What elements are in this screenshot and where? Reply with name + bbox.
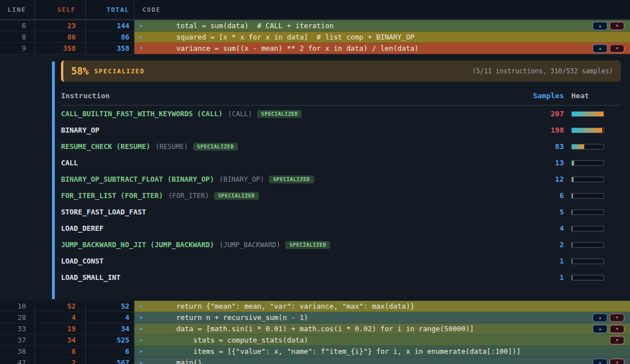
jump-up-button[interactable]: ▲: [593, 21, 607, 30]
specialization-banner: 58% SPECIALIZED (5/11 instructions, 310/…: [61, 60, 621, 82]
instruction-name: LOAD_DEREF: [61, 224, 103, 233]
instruction-samples-value: 198: [507, 126, 564, 134]
instruction-name: JUMP_BACKWARD_NO_JIT (JUMP_BACKWARD): [61, 240, 214, 249]
row-nav-buttons: ▲▼: [593, 358, 624, 364]
heat-bar-track: [571, 144, 604, 150]
code-cell[interactable]: ▶ stats = compute_stats(data)▼: [134, 335, 630, 346]
heat-bar-fill: [572, 210, 572, 214]
source-code-text: data = [math.sin(i * 0.01) + math.cos(i …: [176, 324, 474, 333]
instruction-samples-value: 207: [507, 109, 564, 118]
heat-bar-cell: [564, 128, 621, 133]
code-cell[interactable]: ▼variance = sum((x - mean) ** 2 for x in…: [134, 43, 630, 54]
code-cell[interactable]: ▶ items = [{"value": x, "name": f"item_{…: [134, 346, 630, 357]
specialized-badge: SPECIALIZED: [285, 241, 330, 249]
heat-bar-track: [571, 111, 604, 117]
instruction-row: LOAD_SMALL_INT1: [61, 269, 621, 286]
code-line-row: 88686▶squared = [x * x for x in data] # …: [0, 32, 630, 43]
collapse-triangle-right-icon[interactable]: ▶: [140, 326, 148, 331]
instruction-name-group: BINARY_OP_SUBTRACT_FLOAT (BINARY_OP)(BIN…: [61, 175, 507, 183]
instruction-column-header: Instruction: [61, 91, 507, 100]
code-cell[interactable]: ▶return {"mean": mean, "var": variance, …: [134, 301, 630, 312]
heat-bar-cell: [564, 177, 621, 182]
instruction-base-opcode: (JUMP_BACKWARD): [219, 241, 280, 249]
instruction-row: STORE_FAST_LOAD_FAST5: [61, 204, 621, 220]
column-header-code: CODE: [134, 0, 630, 19]
total-samples-cell: 52: [86, 301, 134, 312]
jump-up-button[interactable]: ▲: [593, 44, 607, 52]
column-header-self: SELF: [35, 0, 86, 19]
row-nav-buttons: ▲▼: [593, 324, 624, 333]
code-line-row: 2844▶return n + recursive_sum(n - 1)▲▼: [0, 312, 630, 323]
heat-bar-cell: [564, 209, 621, 215]
expand-triangle-down-icon[interactable]: ▼: [140, 46, 148, 51]
instruction-name: RESUME_CHECK (RESUME): [61, 142, 150, 151]
specialized-badge: SPECIALIZED: [214, 192, 259, 200]
total-samples-cell: 34: [86, 323, 134, 335]
instruction-base-opcode: (BINARY_OP): [219, 176, 264, 183]
instruction-samples-value: 5: [507, 208, 564, 216]
jump-down-button[interactable]: ▼: [610, 21, 624, 30]
jump-down-button[interactable]: ▼: [610, 44, 624, 52]
specialized-meta: (5/11 instructions, 310/532 samples): [472, 67, 613, 75]
source-code-text: return n + recursive_sum(n - 1): [176, 313, 308, 322]
total-samples-cell: 567: [86, 357, 134, 364]
jump-up-button[interactable]: ▲: [593, 324, 607, 333]
heat-bar-cell: [564, 193, 621, 199]
collapse-triangle-right-icon[interactable]: ▶: [140, 23, 148, 28]
instruction-name-group: FOR_ITER_LIST (FOR_ITER)(FOR_ITER)SPECIA…: [61, 191, 507, 200]
heat-bar-track: [571, 258, 604, 264]
heat-bar-cell: [564, 226, 621, 231]
heat-bar-fill: [572, 128, 602, 133]
collapse-triangle-right-icon[interactable]: ▶: [140, 34, 148, 40]
jump-down-button[interactable]: ▼: [610, 358, 624, 364]
code-cell[interactable]: ▶main()▲▼: [134, 357, 630, 364]
jump-down-button[interactable]: ▼: [610, 313, 624, 322]
heat-bar-track: [571, 193, 604, 199]
instruction-name: LOAD_SMALL_INT: [61, 273, 120, 282]
line-number-cell: 47: [0, 357, 35, 364]
instruction-samples-value: 4: [507, 224, 564, 233]
collapse-triangle-right-icon[interactable]: ▶: [140, 315, 148, 320]
panel-left-accent-bar: [52, 62, 55, 299]
code-cell[interactable]: ▶squared = [x * x for x in data] # list …: [134, 32, 630, 43]
collapse-triangle-right-icon[interactable]: ▶: [140, 360, 148, 364]
specialized-percent: 58%: [71, 65, 89, 77]
instruction-name-group: LOAD_CONST: [61, 257, 507, 265]
heat-bar-track: [571, 209, 604, 215]
source-code-text: squared = [x * x for x in data] # list c…: [176, 33, 414, 41]
heat-bar-cell: [564, 160, 621, 166]
line-number-cell: 8: [0, 32, 35, 43]
code-cell[interactable]: ▶total = sum(data) # CALL + iteration▲▼: [134, 20, 630, 32]
heat-bar-cell: [564, 275, 621, 280]
code-line-row: 3866▶ items = [{"value": x, "name": f"it…: [0, 346, 630, 357]
heat-bar-fill: [572, 243, 572, 247]
code-cell[interactable]: ▶return n + recursive_sum(n - 1)▲▼: [134, 312, 630, 323]
heat-bar-track: [571, 275, 604, 280]
instruction-name: FOR_ITER_LIST (FOR_ITER): [61, 191, 163, 200]
row-nav-buttons: ▼: [610, 336, 624, 344]
instruction-name: LOAD_CONST: [61, 257, 103, 265]
jump-up-button[interactable]: ▲: [593, 358, 607, 364]
instruction-name: BINARY_OP: [61, 126, 99, 134]
row-nav-buttons: ▲▼: [593, 313, 624, 322]
instruction-name: BINARY_OP_SUBTRACT_FLOAT (BINARY_OP): [61, 175, 214, 183]
code-cell[interactable]: ▶data = [math.sin(i * 0.01) + math.cos(i…: [134, 323, 630, 335]
heat-bar-fill: [572, 161, 574, 165]
heat-bar-fill: [572, 275, 572, 280]
profiler-table-header: LINE SELF TOTAL CODE: [0, 0, 630, 20]
total-samples-cell: 86: [86, 32, 134, 43]
heat-bar-fill: [572, 259, 572, 264]
column-header-total: TOTAL: [86, 0, 134, 19]
heat-column-header: Heat: [564, 91, 621, 100]
self-samples-cell: 2: [35, 357, 86, 364]
jump-down-button[interactable]: ▼: [610, 336, 624, 344]
collapse-triangle-right-icon[interactable]: ▶: [140, 337, 148, 343]
collapse-triangle-right-icon[interactable]: ▶: [140, 349, 148, 354]
jump-down-button[interactable]: ▼: [610, 324, 624, 333]
collapse-triangle-right-icon[interactable]: ▶: [140, 304, 148, 309]
total-samples-cell: 144: [86, 20, 134, 32]
jump-up-button[interactable]: ▲: [593, 313, 607, 322]
source-code-text: items = [{"value": x, "name": f"item_{i}…: [176, 347, 521, 356]
source-code-text: variance = sum((x - mean) ** 2 for x in …: [176, 44, 419, 52]
self-samples-cell: 86: [35, 32, 86, 43]
